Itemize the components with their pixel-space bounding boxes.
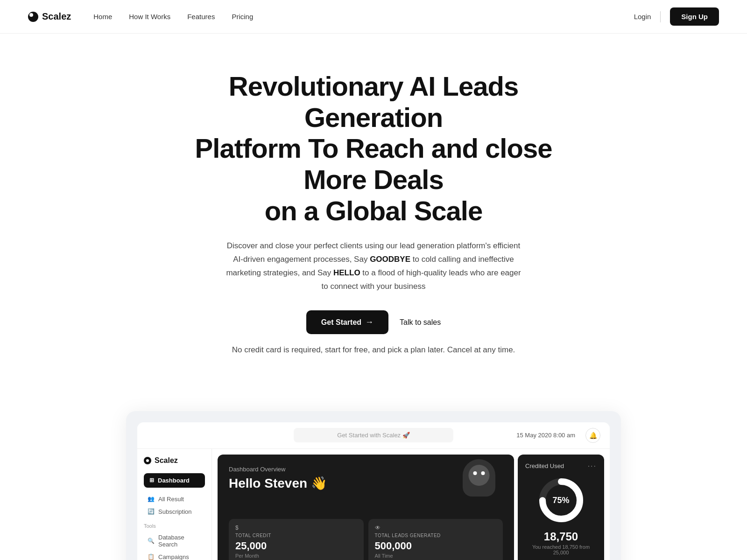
hero-description: Discover and close your perfect clients … [224, 239, 523, 294]
logo-text: Scalez [42, 11, 71, 22]
get-started-button[interactable]: Get Started → [306, 310, 388, 334]
total-leads-value: 500,000 [375, 540, 497, 552]
talk-to-sales-button[interactable]: Talk to sales [400, 318, 441, 327]
robot-eye-left [473, 471, 477, 475]
total-credit-label: TOTAL CREDIT [235, 533, 357, 538]
tools-label: Tools [144, 523, 205, 529]
dashboard-icon: ⊞ [149, 477, 154, 483]
preview-topbar: Get Started with Scalez 🚀 15 May 2020 8:… [137, 422, 610, 449]
dollar-icon: $ [235, 525, 357, 531]
arrow-icon: → [365, 317, 374, 327]
credit-amount: 18,750 [525, 530, 597, 543]
signup-button[interactable]: Sign Up [670, 7, 719, 26]
preview-logo-dot [144, 457, 151, 464]
credit-header: Credited Used ··· [525, 462, 597, 470]
hero-note: No credit card is required, start for fr… [224, 343, 523, 357]
dashboard-right-panel: Credited Used ··· 75% 18,750 You reached… [518, 455, 604, 560]
login-button[interactable]: Login [634, 13, 651, 21]
robot-face [469, 465, 490, 486]
dashboard-left-panel: Dashboard Overview Hello Steven 👋 [218, 455, 514, 560]
donut-chart: 75% [538, 477, 585, 524]
preview-date: 15 May 2020 8:00 am [516, 432, 575, 439]
preview-search[interactable]: Get Started with Scalez 🚀 [294, 428, 454, 442]
total-leads-sublabel: All Time [375, 553, 497, 559]
stat-total-leads: 👁 TOTAL LEADS GENERATED 500,000 All Time [368, 519, 503, 560]
logo[interactable]: Scalez [28, 11, 71, 22]
preview-main: Dashboard Overview Hello Steven 👋 [212, 449, 610, 560]
nav-links: Home How It Works Features Pricing [93, 13, 253, 21]
campaigns-icon: 📋 [148, 553, 155, 560]
hero-section: Revolutionary AI Leads Generation Platfo… [163, 34, 584, 392]
credit-title: Credited Used [525, 462, 564, 469]
sidebar-item-database-search[interactable]: 🔍 Database Search [144, 532, 205, 550]
nav-divider [660, 11, 661, 22]
sidebar-dashboard-item[interactable]: ⊞ Dashboard [144, 473, 205, 488]
nav-link-features[interactable]: Features [187, 13, 215, 21]
stats-row: $ TOTAL CREDIT 25,000 Per Month 👁 TOTAL … [229, 519, 503, 560]
credit-note: You reached 18,750 from 25,000 [525, 544, 597, 555]
nav-link-home[interactable]: Home [93, 13, 112, 21]
total-credit-sublabel: Per Month [235, 553, 357, 559]
total-leads-label: TOTAL LEADS GENERATED [375, 533, 497, 538]
stats-container: $ TOTAL CREDIT 25,000 Per Month 👁 TOTAL … [229, 519, 503, 560]
sidebar-item-all-result[interactable]: 👥 All Result [144, 493, 205, 505]
sidebar-item-subscription[interactable]: 🔄 Subscription [144, 506, 205, 518]
subscription-icon: 🔄 [148, 508, 155, 515]
nav-link-pricing[interactable]: Pricing [232, 13, 253, 21]
more-options-icon[interactable]: ··· [588, 462, 597, 470]
nav-link-how-it-works[interactable]: How It Works [129, 13, 170, 21]
bell-icon[interactable]: 🔔 [585, 428, 600, 443]
donut-percent-label: 75% [552, 495, 569, 505]
robot-body [463, 459, 495, 497]
preview-logo: Scalez [144, 456, 205, 465]
logo-icon [28, 12, 38, 22]
preview-body: Scalez ⊞ Dashboard 👥 All Result 🔄 Subscr… [137, 449, 610, 560]
users-icon: 👥 [148, 496, 155, 502]
nav-right: Login Sign Up [634, 7, 719, 26]
preview-inner: Get Started with Scalez 🚀 15 May 2020 8:… [137, 422, 610, 560]
robot-decoration [458, 459, 500, 506]
eye-icon: 👁 [375, 525, 497, 531]
navbar: Scalez Home How It Works Features Pricin… [0, 0, 747, 34]
search-icon: 🔍 [148, 538, 155, 544]
hero-buttons: Get Started → Talk to sales [173, 310, 574, 334]
hero-headline: Revolutionary AI Leads Generation Platfo… [173, 71, 574, 226]
total-credit-value: 25,000 [235, 540, 357, 552]
dashboard-preview: Get Started with Scalez 🚀 15 May 2020 8:… [126, 411, 621, 560]
preview-sidebar: Scalez ⊞ Dashboard 👥 All Result 🔄 Subscr… [137, 449, 212, 560]
sidebar-item-campaigns[interactable]: 📋 Campaigns [144, 551, 205, 560]
robot-eye-right [481, 471, 485, 475]
stat-total-credit: $ TOTAL CREDIT 25,000 Per Month [229, 519, 364, 560]
nav-left: Scalez Home How It Works Features Pricin… [28, 11, 253, 22]
